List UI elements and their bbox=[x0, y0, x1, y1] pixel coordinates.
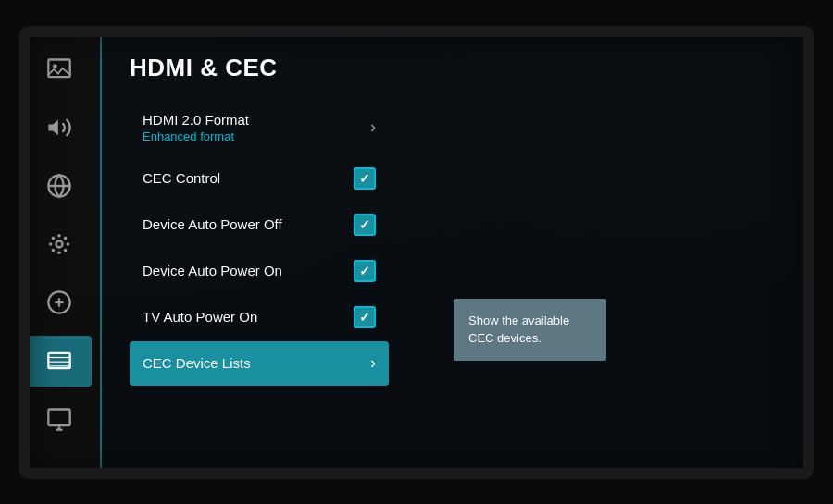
cec-control-checkbox[interactable]: ✓ bbox=[354, 167, 376, 190]
menu-item-device-auto-power-off-left: Device Auto Power Off bbox=[143, 216, 282, 232]
menu-item-cec-device-lists-left: CEC Device Lists bbox=[143, 355, 251, 371]
sidebar-item-hdmi[interactable] bbox=[27, 336, 92, 387]
page-title: HDMI & CEC bbox=[130, 54, 787, 82]
menu-item-hdmi-format-left: HDMI 2.0 Format Enhanced format bbox=[143, 112, 249, 143]
cec-device-lists-tooltip: Show the available CEC devices. bbox=[454, 299, 606, 361]
tv-auto-power-on-checkbox[interactable]: ✓ bbox=[354, 306, 376, 328]
sidebar-item-general[interactable] bbox=[27, 219, 92, 270]
cec-control-label: CEC Control bbox=[143, 170, 220, 186]
tv-auto-power-on-right: ✓ bbox=[354, 306, 376, 328]
menu-item-cec-device-lists[interactable]: CEC Device Lists › bbox=[130, 341, 389, 386]
device-auto-power-off-right: ✓ bbox=[354, 214, 376, 236]
device-auto-power-on-right: ✓ bbox=[354, 260, 376, 282]
device-auto-power-on-checkbox[interactable]: ✓ bbox=[354, 260, 376, 282]
svg-rect-16 bbox=[48, 410, 69, 426]
device-auto-power-off-checkbox[interactable]: ✓ bbox=[354, 214, 376, 236]
menu-list: HDMI 2.0 Format Enhanced format › CEC Co… bbox=[130, 101, 389, 386]
svg-point-1 bbox=[53, 64, 57, 68]
cec-device-lists-label: CEC Device Lists bbox=[143, 355, 251, 371]
device-auto-power-on-label: Device Auto Power On bbox=[143, 263, 282, 278]
menu-item-device-auto-power-on[interactable]: Device Auto Power On ✓ bbox=[130, 249, 389, 293]
sidebar-item-sound[interactable] bbox=[27, 103, 92, 154]
svg-rect-0 bbox=[48, 60, 69, 78]
cec-device-lists-chevron-icon: › bbox=[370, 353, 376, 373]
device-auto-power-off-label: Device Auto Power Off bbox=[143, 216, 282, 232]
cec-device-lists-right: › bbox=[370, 353, 376, 373]
sidebar-item-picture[interactable] bbox=[27, 44, 92, 95]
sidebar-item-network[interactable] bbox=[27, 161, 92, 212]
menu-item-tv-auto-power-on[interactable]: TV Auto Power On ✓ bbox=[130, 295, 389, 339]
menu-item-device-auto-power-on-left: Device Auto Power On bbox=[143, 263, 282, 278]
menu-item-device-auto-power-off[interactable]: Device Auto Power Off ✓ bbox=[130, 203, 389, 247]
cec-control-right: ✓ bbox=[354, 167, 376, 190]
hdmi-format-right: › bbox=[370, 117, 376, 137]
hdmi-format-chevron-icon: › bbox=[370, 117, 376, 137]
menu-item-cec-control-left: CEC Control bbox=[143, 170, 220, 186]
hdmi-format-sublabel: Enhanced format bbox=[143, 129, 249, 143]
main-content: HDMI & CEC HDMI 2.0 Format Enhanced form… bbox=[102, 26, 814, 479]
menu-item-tv-auto-power-on-left: TV Auto Power On bbox=[143, 309, 257, 325]
tooltip-text: Show the available CEC devices. bbox=[468, 313, 569, 346]
sidebar-item-support[interactable] bbox=[27, 277, 92, 328]
tv-screen: HDMI & CEC HDMI 2.0 Format Enhanced form… bbox=[19, 26, 814, 479]
sidebar-item-tv[interactable] bbox=[27, 394, 92, 445]
svg-point-4 bbox=[56, 241, 63, 248]
menu-item-cec-control[interactable]: CEC Control ✓ bbox=[130, 156, 389, 201]
menu-item-hdmi-format[interactable]: HDMI 2.0 Format Enhanced format › bbox=[130, 101, 389, 154]
hdmi-format-label: HDMI 2.0 Format bbox=[143, 112, 249, 128]
sidebar bbox=[19, 26, 102, 479]
tv-auto-power-on-label: TV Auto Power On bbox=[143, 309, 257, 325]
